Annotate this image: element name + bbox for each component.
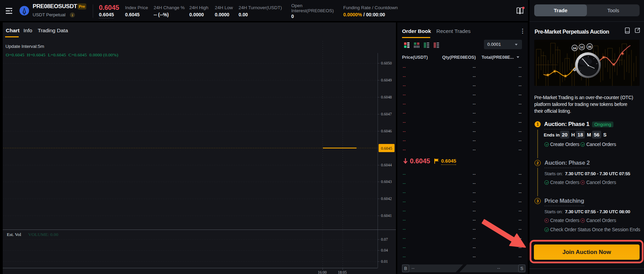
svg-text:18:05: 18:05 — [338, 270, 347, 274]
svg-text:i: i — [72, 13, 73, 17]
svg-text:0.6048: 0.6048 — [381, 95, 392, 99]
svg-text:Est. Vol: Est. Vol — [7, 232, 21, 237]
svg-text:0.6044: 0.6044 — [381, 163, 392, 167]
svg-text:35: 35 — [588, 45, 592, 49]
svg-text:0.6042: 0.6042 — [381, 197, 392, 201]
svg-text:04: 04 — [573, 46, 577, 50]
svg-text:16:00: 16:00 — [318, 270, 327, 274]
svg-text:0.01: 0.01 — [381, 259, 388, 263]
svg-text:0.04: 0.04 — [381, 248, 388, 252]
svg-text:VOLUME: 0.00: VOLUME: 0.00 — [28, 232, 58, 237]
svg-text:0.6046: 0.6046 — [381, 129, 392, 133]
svg-text:12: 12 — [580, 45, 584, 49]
svg-text:0.6045: 0.6045 — [381, 146, 392, 151]
svg-text:0.6049: 0.6049 — [381, 78, 392, 82]
svg-text:0.6041: 0.6041 — [381, 214, 392, 218]
svg-text:0.6043: 0.6043 — [381, 180, 392, 184]
svg-text:O=0.6045 H=0.6045 L=0.6045: O=0.6045 H=0.6045 L=0.6045 C=0.6045 0.00… — [6, 52, 118, 57]
svg-text:0.07: 0.07 — [381, 237, 388, 241]
svg-text:0.6050: 0.6050 — [381, 61, 392, 65]
svg-text:0.6047: 0.6047 — [381, 112, 392, 116]
